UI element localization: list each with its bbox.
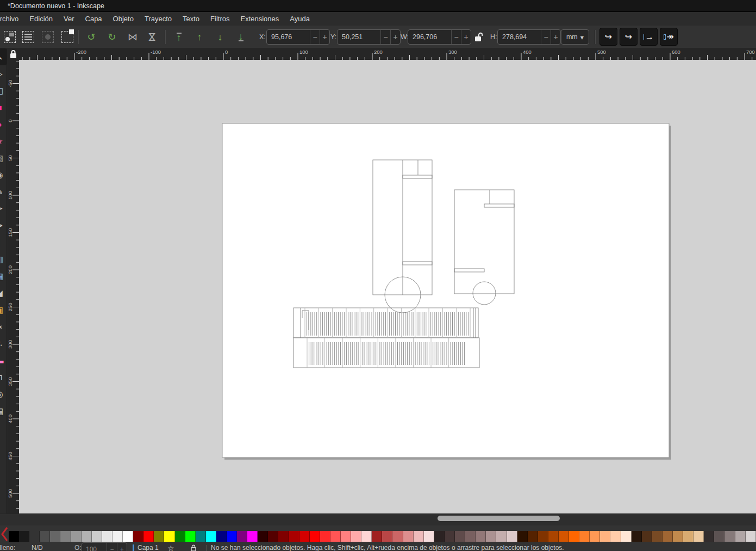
palette-swatch-46[interactable] [486, 531, 496, 542]
opacity-increment-button[interactable]: + [117, 543, 127, 551]
fill-value[interactable]: N/D [32, 544, 43, 551]
palette-swatch-11[interactable] [123, 531, 133, 542]
palette-swatch-57[interactable] [600, 531, 610, 542]
palette-swatch-58[interactable] [610, 531, 621, 542]
y-increment-button[interactable]: + [390, 30, 400, 44]
width-increment-button[interactable]: + [461, 30, 471, 44]
palette-swatch-42[interactable] [445, 531, 455, 542]
affect-patterns-toggle[interactable]: ↠ [660, 28, 678, 46]
palette-swatch-39[interactable] [414, 531, 424, 542]
x-input[interactable]: 95,676 [267, 30, 310, 44]
tool-gradient[interactable]: ▥ [0, 251, 7, 268]
palette-swatch-38[interactable] [403, 531, 414, 542]
affect-corners-toggle[interactable]: ↪ [620, 28, 638, 46]
palette-swatch-56[interactable] [590, 531, 600, 542]
palette-swatch-7[interactable] [82, 531, 92, 542]
palette-swatch-22[interactable] [237, 531, 247, 542]
palette-swatch-4[interactable] [50, 531, 60, 542]
lower-to-bottom-button[interactable]: ↓ [232, 28, 249, 46]
palette-swatch-67[interactable] [704, 531, 714, 542]
palette-swatch-2[interactable] [29, 531, 40, 542]
tool-paint-bucket[interactable]: ▣ [0, 301, 7, 318]
palette-swatch-64[interactable] [673, 531, 683, 542]
unit-dropdown[interactable]: mm ▾ [561, 29, 589, 45]
palette-swatch-1[interactable] [19, 531, 29, 542]
menu-item-filtros[interactable]: Filtros [205, 12, 235, 26]
height-input[interactable]: 278,694 [498, 30, 541, 44]
palette-swatch-52[interactable] [548, 531, 559, 542]
palette-swatch-61[interactable] [642, 531, 652, 542]
palette-swatch-71[interactable] [746, 531, 756, 542]
selection-touch-button[interactable] [59, 28, 76, 46]
palette-swatch-16[interactable] [175, 531, 185, 542]
palette-swatch-9[interactable] [102, 531, 113, 542]
palette-swatch-0[interactable] [9, 531, 19, 542]
palette-swatch-34[interactable] [361, 531, 372, 542]
palette-swatch-40[interactable] [424, 531, 434, 542]
palette-swatch-10[interactable] [113, 531, 123, 542]
palette-swatch-60[interactable] [632, 531, 642, 542]
palette-swatch-12[interactable] [133, 531, 143, 542]
menu-item-trayecto[interactable]: Trayecto [139, 12, 177, 26]
scrollbar-thumb[interactable] [438, 516, 560, 521]
tool-spiral[interactable]: ◉ [0, 166, 7, 183]
palette-swatch-33[interactable] [351, 531, 361, 542]
layer-selector[interactable]: Capa 1 [138, 544, 159, 551]
palette-swatch-24[interactable] [258, 531, 268, 542]
tool-pages[interactable]: ▤ [0, 403, 7, 419]
palette-swatch-35[interactable] [372, 531, 382, 542]
palette-swatch-29[interactable] [310, 531, 320, 542]
tool-calligraphy[interactable]: ✑ [0, 217, 7, 234]
rotate-ccw-button[interactable]: ↺ [83, 28, 100, 46]
palette-swatch-65[interactable] [683, 531, 693, 542]
palette-swatch-44[interactable] [465, 531, 476, 542]
lower-button[interactable]: ↓ [211, 28, 229, 46]
palette-swatch-6[interactable] [71, 531, 82, 542]
opacity-decrement-button[interactable]: − [107, 543, 116, 551]
palette-swatch-26[interactable] [278, 531, 289, 542]
palette-swatch-70[interactable] [735, 531, 746, 542]
palette-swatch-30[interactable] [320, 531, 330, 542]
menu-item-texto[interactable]: Texto [177, 12, 205, 26]
menu-item-ayuda[interactable]: Ayuda [284, 12, 315, 26]
tool-node-editor[interactable]: ▷ [0, 65, 7, 82]
menu-item-ver[interactable]: Ver [58, 12, 80, 26]
layer-lock-icon[interactable] [191, 544, 196, 551]
tool-spray[interactable]: ∴ [0, 335, 7, 352]
palette-swatch-45[interactable] [476, 531, 486, 542]
palette-swatch-23[interactable] [247, 531, 258, 542]
palette-swatch-8[interactable] [92, 531, 102, 542]
height-decrement-button[interactable]: − [541, 30, 551, 44]
menu-item-capa[interactable]: Capa [80, 12, 108, 26]
layer-visibility-icon[interactable]: ☆ [167, 544, 174, 551]
canvas-area[interactable] [19, 60, 756, 513]
palette-swatch-13[interactable] [143, 531, 154, 542]
palette-swatch-31[interactable] [330, 531, 341, 542]
palette-swatch-47[interactable] [496, 531, 507, 542]
height-increment-button[interactable]: + [551, 30, 560, 44]
palette-swatch-50[interactable] [528, 531, 538, 542]
ruler-vertical[interactable]: -50050100150200250300350400450500 [7, 60, 19, 513]
tool-pen[interactable]: ✒ [0, 200, 7, 217]
palette-swatch-63[interactable] [663, 531, 673, 542]
tool-star[interactable]: ★ [0, 133, 7, 150]
width-input[interactable]: 296,706 [408, 30, 451, 44]
palette-swatch-25[interactable] [268, 531, 278, 542]
tool-shape-builder[interactable]: ◧ [0, 82, 7, 99]
y-decrement-button[interactable]: − [380, 30, 390, 44]
palette-swatch-19[interactable] [206, 531, 216, 542]
palette-swatch-69[interactable] [724, 531, 735, 542]
rotate-cw-button[interactable]: ↻ [103, 28, 121, 46]
palette-swatch-3[interactable] [40, 531, 50, 542]
affect-gradients-toggle[interactable]: → [640, 28, 658, 46]
flip-vertical-button[interactable]: ⋈ [143, 28, 161, 46]
palette-swatch-27[interactable] [289, 531, 299, 542]
menu-item-objeto[interactable]: Objeto [108, 12, 139, 26]
tool-text[interactable]: | [0, 234, 7, 251]
palette-swatch-41[interactable] [434, 531, 445, 542]
palette-scroll-left-icon[interactable] [1, 527, 8, 542]
palette-swatch-15[interactable] [164, 531, 174, 542]
palette-swatch-17[interactable] [185, 531, 196, 542]
palette-swatch-5[interactable] [60, 531, 71, 542]
lock-ratio-button[interactable] [474, 32, 483, 45]
